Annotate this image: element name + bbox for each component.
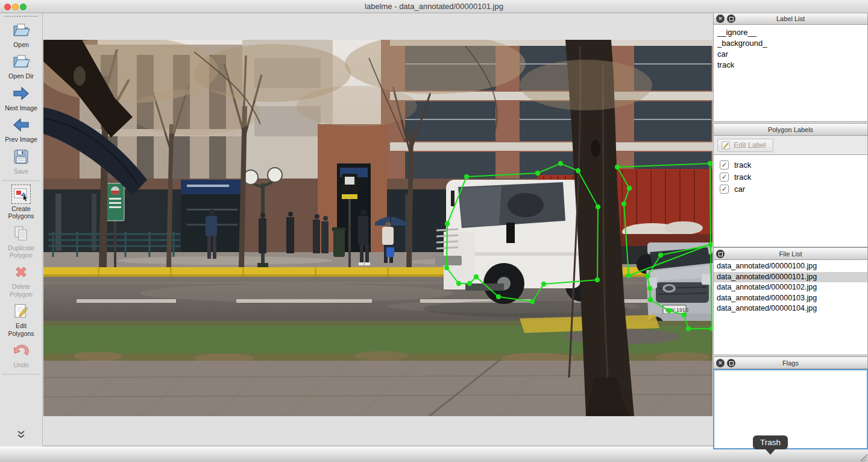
next-image-button[interactable]: Next Image bbox=[5, 84, 37, 112]
close-panel-icon[interactable]: ✕ bbox=[716, 14, 725, 23]
list-item[interactable]: ✓ track bbox=[714, 171, 867, 183]
prev-image-button[interactable]: Prev Image bbox=[5, 116, 37, 143]
resize-grip[interactable] bbox=[860, 454, 867, 461]
annotation-vertex[interactable] bbox=[647, 286, 652, 291]
save-button[interactable]: Save bbox=[12, 148, 30, 175]
double-chevron-down-icon bbox=[16, 430, 26, 439]
duplicate-polygon-button[interactable]: Duplicate Polygon bbox=[2, 224, 40, 259]
annotation-vertex[interactable] bbox=[535, 171, 540, 176]
dock-panels: ✕ Label List __ignore__ _background_ car… bbox=[713, 12, 868, 450]
open-dir-folder-icon bbox=[12, 52, 30, 71]
annotation-vertex[interactable] bbox=[615, 165, 620, 169]
annotation-layer[interactable] bbox=[43, 40, 712, 416]
title-bar: labelme - data_annotated/00000101.jpg bbox=[0, 0, 868, 13]
annotated-image[interactable]: 21 bbox=[43, 40, 712, 416]
list-item[interactable]: track bbox=[714, 60, 867, 71]
list-item[interactable]: ✓ car bbox=[714, 183, 867, 195]
annotation-vertex[interactable] bbox=[444, 265, 449, 270]
annotation-vertex[interactable] bbox=[658, 253, 663, 258]
flags-list[interactable] bbox=[713, 369, 868, 449]
toolbar-drag-handle[interactable] bbox=[5, 16, 37, 17]
undo-button[interactable]: Undo bbox=[12, 341, 30, 369]
labelme-window: labelme - data_annotated/00000101.jpg Op… bbox=[0, 0, 868, 462]
polygon-label-text: car bbox=[734, 185, 745, 194]
close-panel-icon[interactable]: ✕ bbox=[716, 359, 725, 367]
float-panel-icon[interactable] bbox=[716, 250, 725, 258]
file-list-item[interactable]: data_annotated/00000104.jpg bbox=[714, 303, 867, 314]
checkbox-checked-icon[interactable]: ✓ bbox=[720, 185, 729, 194]
edit-label-button[interactable]: Edit Label bbox=[717, 139, 773, 152]
edit-label-text: Edit Label bbox=[734, 141, 766, 150]
undo-label: Undo bbox=[13, 361, 28, 369]
float-panel-icon[interactable] bbox=[727, 359, 735, 367]
prev-arrow-icon bbox=[12, 116, 30, 134]
annotation-vertex[interactable] bbox=[445, 221, 450, 226]
flags-header: ✕ Flags bbox=[713, 356, 868, 369]
create-polygons-icon bbox=[12, 185, 30, 203]
annotation-vertex[interactable] bbox=[621, 201, 626, 206]
annotation-vertex[interactable] bbox=[596, 204, 600, 209]
list-item[interactable]: car bbox=[714, 49, 867, 60]
prev-image-label: Prev Image bbox=[5, 136, 37, 143]
annotation-vertex[interactable] bbox=[709, 326, 712, 331]
annotation-polygon-track[interactable] bbox=[617, 163, 711, 276]
annotation-vertex[interactable] bbox=[595, 277, 600, 282]
file-list-item[interactable]: data_annotated/00000102.jpg bbox=[714, 282, 867, 293]
toolbar-overflow-button[interactable] bbox=[16, 430, 26, 441]
list-item[interactable]: __ignore__ bbox=[714, 27, 867, 38]
file-list-header: File List bbox=[713, 247, 868, 260]
annotation-vertex[interactable] bbox=[558, 161, 563, 166]
pencil-icon bbox=[722, 141, 730, 150]
create-polygons-button[interactable]: Create Polygons bbox=[2, 185, 40, 220]
open-dir-label: Open Dir bbox=[8, 72, 34, 80]
image-canvas[interactable]: 21 bbox=[43, 13, 713, 446]
list-item[interactable]: _background_ bbox=[714, 38, 867, 49]
label-list[interactable]: __ignore__ _background_ car track bbox=[713, 25, 868, 122]
annotation-polygon-car[interactable] bbox=[647, 245, 712, 329]
annotation-vertex[interactable] bbox=[576, 168, 580, 173]
trash-tooltip: Trash bbox=[753, 435, 788, 449]
save-label: Save bbox=[14, 168, 28, 175]
annotation-vertex[interactable] bbox=[626, 273, 631, 278]
label-list-header: ✕ Label List bbox=[713, 12, 868, 25]
trash-tooltip-text: Trash bbox=[760, 438, 781, 447]
annotation-vertex[interactable] bbox=[627, 186, 632, 191]
annotation-vertex[interactable] bbox=[464, 174, 469, 179]
annotation-vertex[interactable] bbox=[645, 274, 650, 279]
list-item[interactable]: ✓ track bbox=[714, 159, 867, 171]
file-list-title: File List bbox=[779, 250, 802, 258]
toolbar-separator bbox=[2, 374, 40, 375]
next-arrow-icon bbox=[12, 84, 30, 103]
label-list-panel: ✕ Label List __ignore__ _background_ car… bbox=[713, 12, 868, 122]
delete-polygon-button[interactable]: Delete Polygon bbox=[2, 263, 40, 298]
float-panel-icon[interactable] bbox=[727, 14, 735, 23]
file-list-item[interactable]: data_annotated/00000103.jpg bbox=[714, 293, 867, 304]
polygon-labels-panel: Polygon Labels Edit Label ✓ track ✓ trac… bbox=[713, 123, 868, 247]
delete-polygon-icon bbox=[12, 263, 30, 281]
create-polygons-label: Create Polygons bbox=[2, 205, 40, 220]
annotation-vertex[interactable] bbox=[496, 294, 501, 299]
annotation-vertex[interactable] bbox=[648, 297, 653, 302]
file-list[interactable]: data_annotated/00000100.jpg data_annotat… bbox=[713, 260, 868, 355]
duplicate-polygon-label: Duplicate Polygon bbox=[2, 244, 40, 259]
annotation-vertex[interactable] bbox=[474, 274, 479, 279]
annotation-vertex[interactable] bbox=[686, 326, 691, 331]
duplicate-polygon-icon bbox=[12, 224, 30, 242]
edit-polygons-button[interactable]: Edit Polygons bbox=[2, 302, 40, 337]
annotation-vertex[interactable] bbox=[456, 281, 461, 286]
annotation-vertex[interactable] bbox=[708, 161, 712, 166]
annotation-vertex[interactable] bbox=[467, 281, 472, 286]
open-dir-button[interactable]: Open Dir bbox=[8, 52, 34, 80]
checkbox-checked-icon[interactable]: ✓ bbox=[720, 172, 729, 182]
annotation-vertex[interactable] bbox=[541, 282, 546, 286]
annotation-vertex[interactable] bbox=[667, 308, 671, 313]
file-list-item[interactable]: data_annotated/00000100.jpg bbox=[714, 261, 867, 272]
annotation-vertex[interactable] bbox=[682, 312, 687, 317]
file-list-panel: File List data_annotated/00000100.jpg da… bbox=[713, 247, 868, 355]
file-list-item[interactable]: data_annotated/00000101.jpg bbox=[714, 272, 867, 283]
open-button[interactable]: Open bbox=[12, 21, 30, 48]
checkbox-checked-icon[interactable]: ✓ bbox=[720, 160, 729, 169]
annotation-vertex[interactable] bbox=[530, 299, 535, 304]
annotation-polygon-track[interactable] bbox=[447, 163, 598, 302]
polygon-label-list[interactable]: ✓ track ✓ track ✓ car bbox=[713, 155, 868, 247]
